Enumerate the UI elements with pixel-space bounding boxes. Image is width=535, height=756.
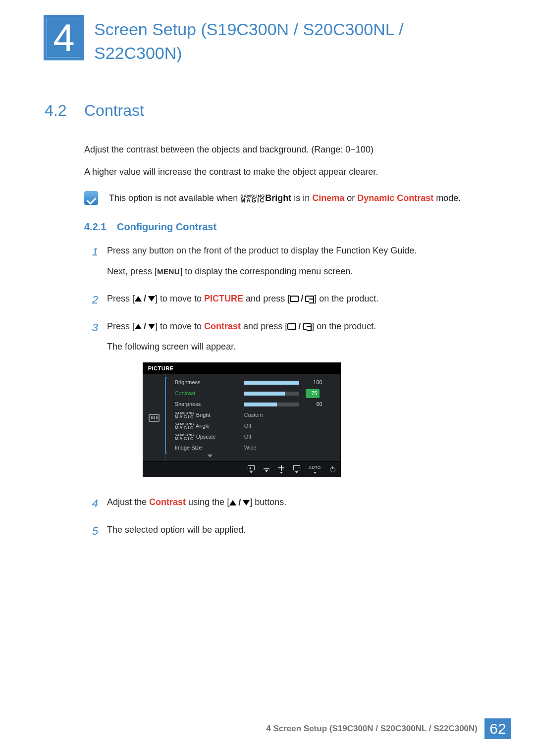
step-1a: Press any button on the front of the pro… [107,245,417,257]
step-1b: Next, press [MENU] to display the corres… [107,265,417,278]
up-down-arrows-icon: / [135,293,155,305]
subsection-heading: 4.2.1 Configuring Contrast [84,220,476,234]
step-number: 2 [84,293,98,313]
footer-page-number: 62 [484,718,511,739]
osd-footer: AUTO [143,461,340,477]
osd-row-magic-angle: SAMSUNGMAGIC Angle: Off [170,421,335,432]
osd-row-sharpness: Sharpness: 60 [170,399,335,410]
menu-key-label: MENU [157,267,180,276]
osd-screenshot: PICTURE Brightness: 100 [143,362,341,477]
osd-row-brightness: Brightness: 100 [170,377,335,388]
section-number: 4.2 [45,100,84,122]
osd-power-icon [330,467,335,472]
up-down-arrows-icon: / [229,497,250,509]
osd-row-magic-bright: SAMSUNGMAGIC Bright: Custom [170,410,335,421]
section-title: Contrast [84,100,144,122]
step-4: 4 Adjust the Contrast using the [/] butt… [84,496,476,517]
footer-chapter-text: 4 Screen Setup (S19C300N / S20C300NL / S… [266,723,484,735]
step-1: 1 Press any button on the front of the p… [84,245,476,285]
chapter-title: Screen Setup (S19C300N / S20C300NL / S22… [94,18,490,65]
step-5-text: The selected option will be applied. [107,524,246,536]
step-number: 3 [84,320,98,489]
osd-plus-icon [278,465,284,474]
step-3-tail: The following screen will appear. [107,341,376,353]
note-check-icon [84,191,98,205]
osd-header: PICTURE [143,363,340,374]
step-4-text: Adjust the Contrast using the [/] button… [107,496,286,509]
step-5: 5 The selected option will be applied. [84,524,476,544]
step-3-text: Press [/] to move to Contrast and press … [107,320,376,333]
step-2: 2 Press [/] to move to PICTURE and press… [84,293,476,313]
chapter-badge: 4 [44,15,84,60]
step-number: 5 [84,524,98,544]
chapter-header: 4 Screen Setup (S19C300N / S20C300NL / S… [0,0,535,65]
osd-scroll-down-icon [208,454,213,457]
osd-back-icon [248,465,255,473]
subsection-number: 4.2.1 [84,220,117,234]
step-3: 3 Press [/] to move to Contrast and pres… [84,320,476,489]
source-enter-icon: / [287,320,312,333]
up-down-arrows-icon: / [135,320,155,333]
intro-paragraph-2: A higher value will increase the contras… [84,166,476,178]
note-text: This option is not available when SAMSUN… [109,192,461,204]
osd-minus-icon [264,466,269,472]
section-heading: 4.2 Contrast [45,100,476,122]
source-enter-icon: / [290,293,314,305]
subsection-title: Configuring Contrast [117,220,216,234]
osd-row-contrast: Contrast: 75 [170,388,335,399]
note: This option is not available when SAMSUN… [84,191,476,205]
chapter-number: 4 [53,18,74,57]
step-2-text: Press [/] to move to PICTURE and press [… [107,293,378,305]
step-number: 1 [84,245,98,285]
osd-category-icon-column [143,374,166,461]
osd-enter-icon [293,465,300,473]
osd-auto-icon: AUTO [309,465,321,473]
picture-category-icon [149,414,160,422]
osd-rows: Brightness: 100 Contrast: 75 [166,374,340,461]
samsung-magic-word: SAMSUNGMAGIC [240,194,265,203]
osd-row-image-size: Image Size: Wide [170,443,335,454]
intro-paragraph-1: Adjust the contrast between the objects … [84,144,476,156]
osd-row-magic-upscale: SAMSUNGMAGIC Upscale: Off [170,432,335,443]
page-footer: 4 Screen Setup (S19C300N / S20C300NL / S… [266,718,511,739]
step-number: 4 [84,496,98,517]
